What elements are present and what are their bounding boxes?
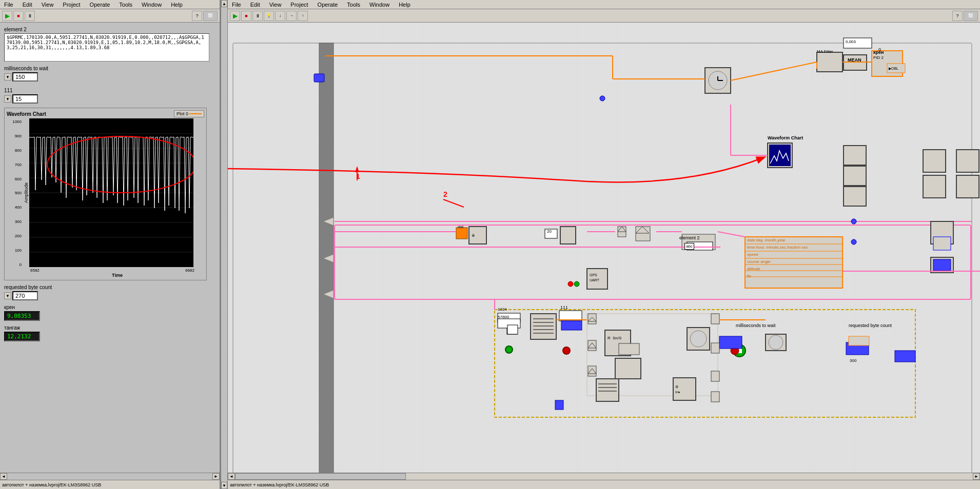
chart-plot-area[interactable] (29, 118, 193, 267)
run-button[interactable]: ▶ (2, 11, 12, 21)
block-diagram-canvas[interactable]: 1 2 (228, 23, 980, 473)
svg-rect-75 (605, 330, 631, 356)
svg-point-10 (47, 136, 193, 193)
svg-rect-105 (719, 336, 742, 349)
svg-marker-132 (588, 317, 596, 321)
right-scroll-thumb[interactable] (235, 473, 406, 480)
scroll-track-left[interactable] (7, 473, 212, 480)
svg-rect-30 (769, 145, 791, 166)
menu-operate-right[interactable]: Operate (316, 1, 340, 8)
field111-down-arrow[interactable]: ▼ (4, 95, 11, 103)
svg-rect-78 (615, 358, 641, 379)
y-tick-800: 800 (7, 148, 22, 153)
svg-rect-110 (895, 351, 915, 362)
step-over-btn[interactable]: → (286, 11, 297, 21)
center-vscrollbar[interactable]: ▲ ▼ (221, 0, 228, 489)
y-tick-600: 600 (7, 177, 22, 181)
run-button-right[interactable]: ▶ (230, 11, 240, 21)
svg-rect-50 (560, 227, 576, 244)
element2-diag-label: element 2 (679, 235, 700, 240)
extra-button-left[interactable]: ⬜ (203, 11, 218, 21)
right-toolbar: ▶ ■ ⏸ 💡 ↓ → ↑ ? ⬜ (228, 9, 980, 23)
vscroll-down-btn[interactable]: ▼ (221, 482, 227, 489)
obl-label: ▶OBL (889, 67, 898, 71)
kren-label: крен (4, 304, 215, 310)
menu-project-right[interactable]: Project (288, 1, 310, 8)
svg-rect-131 (588, 314, 596, 324)
svg-point-104 (851, 239, 856, 244)
menu-view-left[interactable]: View (40, 1, 56, 8)
right-scroll-left-btn[interactable]: ◄ (228, 473, 235, 480)
y-tick-1000: 1000 (7, 119, 22, 124)
svg-rect-133 (588, 340, 596, 351)
right-scroll-track[interactable] (406, 473, 973, 480)
left-hscrollbar[interactable]: ◄ ► (0, 473, 220, 480)
svg-rect-91 (931, 257, 953, 273)
menu-file-left[interactable]: File (2, 1, 15, 8)
menu-file-right[interactable]: File (230, 1, 243, 8)
ms-wait-value[interactable]: 150 (12, 72, 38, 82)
ms-wait-down-arrow[interactable]: ▼ (4, 73, 11, 80)
step-into-btn[interactable]: ↓ (275, 11, 285, 21)
svg-rect-52 (618, 227, 626, 237)
vscroll-up-btn[interactable]: ▲ (221, 0, 227, 7)
y-tick-900: 900 (7, 134, 22, 138)
svg-line-35 (443, 199, 464, 207)
step-out-btn[interactable]: ↑ (298, 11, 308, 21)
req-byte-count-value[interactable]: 270 (12, 291, 38, 300)
menu-window-left[interactable]: Window (140, 1, 164, 8)
help-button-right[interactable]: ? (952, 11, 963, 21)
svg-rect-45 (456, 228, 467, 239)
menu-tools-left[interactable]: Tools (117, 1, 134, 8)
date-row-label: date:day, month,year (747, 238, 786, 242)
scroll-left-btn[interactable]: ◄ (0, 473, 7, 480)
svg-rect-140 (711, 392, 719, 402)
x-axis-title: Time (30, 273, 204, 278)
svg-rect-92 (933, 259, 951, 271)
stop-button[interactable]: ■ (13, 11, 24, 21)
y-tick-400: 400 (7, 205, 22, 210)
left-status-bar: автопилот + наземка.lvproj/EK-LM3S8962 U… (0, 480, 220, 489)
svg-rect-79 (687, 328, 710, 350)
svg-rect-147 (507, 325, 518, 334)
element2-label: element 2 (4, 27, 215, 32)
scroll-right-btn[interactable]: ► (212, 473, 220, 480)
menu-window-right[interactable]: Window (367, 1, 391, 8)
req-byte-count-down[interactable]: ▼ (4, 292, 11, 299)
right-hscrollbar[interactable]: ◄ ► (228, 473, 980, 480)
y-tick-700: 700 (7, 162, 22, 167)
field111-value[interactable]: 15 (12, 94, 38, 104)
svg-rect-94 (844, 166, 866, 186)
menu-tools-right[interactable]: Tools (345, 1, 362, 8)
menu-help-left[interactable]: Help (169, 1, 185, 8)
vscroll-track[interactable] (221, 7, 227, 482)
highlight-btn[interactable]: 💡 (264, 11, 274, 21)
svg-point-83 (731, 347, 739, 355)
y-ticks: 1000 900 800 700 600 500 400 300 200 100… (7, 118, 23, 267)
pause-button[interactable]: ⏸ (25, 11, 35, 21)
ms-wait-label: milliseconds to wait (4, 66, 215, 71)
extra-button-right[interactable]: ⬜ (964, 11, 978, 21)
svg-marker-118 (323, 217, 334, 226)
menu-view-right[interactable]: View (267, 1, 284, 8)
svg-rect-93 (844, 146, 866, 165)
ms-wait-group: milliseconds to wait ▼ 150 (4, 66, 215, 82)
menu-edit-right[interactable]: Edit (248, 1, 262, 8)
y-tick-0: 0 (7, 262, 22, 267)
svg-marker-55 (636, 227, 649, 233)
right-scroll-right-btn[interactable]: ► (973, 473, 980, 480)
menu-help-right[interactable]: Help (397, 1, 413, 8)
menu-project-left[interactable]: Project (61, 1, 82, 8)
menu-edit-left[interactable]: Edit (21, 1, 34, 8)
menu-operate-left[interactable]: Operate (88, 1, 112, 8)
const-003-label: 0,003 (846, 39, 856, 44)
x-max-label: 6682 (185, 268, 194, 273)
stop-button-right[interactable]: ■ (241, 11, 251, 21)
svg-rect-114 (923, 150, 946, 172)
help-button-left[interactable]: ? (192, 11, 202, 21)
waveform-header: Waveform Chart Plot 0 (7, 110, 204, 117)
svg-rect-23 (817, 52, 842, 72)
plot-legend-label: Plot 0 (177, 111, 188, 116)
svg-rect-106 (766, 334, 786, 351)
pause-button-right[interactable]: ⏸ (252, 11, 263, 21)
